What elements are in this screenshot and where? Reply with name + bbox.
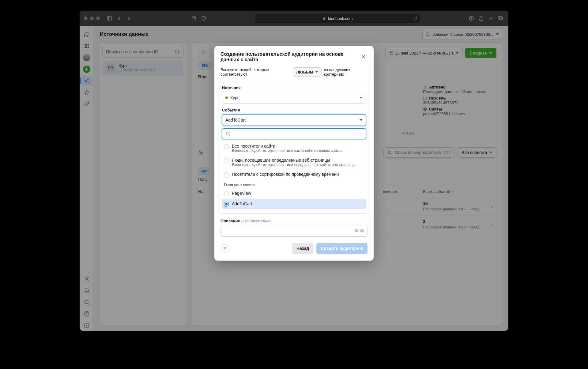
radio-icon (224, 191, 229, 196)
create-audience-modal: Создание пользовательской аудитории на о… (214, 46, 374, 261)
events-value: AddToCart (225, 118, 246, 122)
event-option[interactable]: PageView (222, 188, 366, 199)
event-option-selected[interactable]: AddToCart (222, 199, 366, 209)
window-controls[interactable] (84, 17, 100, 20)
help-button[interactable]: ? (221, 244, 229, 253)
event-option[interactable]: Люди, посещавшие определенные веб-страни… (222, 155, 366, 169)
url-host: facebook.com (328, 16, 353, 21)
svg-line-48 (229, 135, 230, 136)
radio-icon (224, 158, 229, 163)
lock-icon (322, 17, 326, 20)
source-value: Курс (230, 95, 239, 100)
description-label: Описание · Необязательно (214, 214, 374, 225)
criteria-card: Источник Курс События AddToCart Все посе… (218, 81, 370, 214)
svg-rect-9 (499, 16, 502, 19)
description-counter: 0/100 (355, 229, 364, 233)
svg-point-47 (226, 132, 229, 135)
tabs-icon[interactable] (497, 15, 504, 22)
max-dot[interactable] (96, 17, 100, 20)
source-select[interactable]: Курс (222, 92, 366, 104)
events-group-label: From your events (222, 180, 366, 188)
chevron-down-icon (360, 97, 363, 99)
shield-icon[interactable] (200, 15, 207, 22)
radio-icon (224, 144, 229, 149)
events-label: События (222, 108, 366, 112)
nav-fwd-icon[interactable] (126, 15, 132, 22)
include-suffix: из следующих критериев: (324, 67, 368, 77)
modal-title: Создание пользовательской аудитории на о… (221, 51, 359, 62)
min-dot[interactable] (90, 17, 94, 20)
downloads-icon[interactable] (468, 15, 475, 22)
radio-icon (224, 172, 229, 177)
modal-close[interactable]: ✕ (359, 53, 368, 61)
chevron-down-icon (360, 119, 363, 121)
events-dropdown: Все посетители сайтаВключает людей, кото… (222, 141, 366, 209)
reader-icon[interactable] (190, 15, 197, 22)
events-select[interactable]: AddToCart (222, 114, 366, 126)
description-input[interactable]: 0/100 (221, 225, 368, 237)
radio-icon (224, 202, 229, 207)
event-option[interactable]: Все посетители сайтаВключает людей, кото… (222, 141, 366, 155)
svg-rect-4 (323, 18, 325, 20)
search-icon (225, 131, 230, 136)
newtab-icon[interactable] (488, 15, 494, 22)
nav-back-icon[interactable] (116, 15, 123, 22)
include-prefix: Включите людей, которые соответствуют (221, 67, 290, 77)
events-search[interactable] (222, 128, 366, 139)
address-bar[interactable]: facebook.com (255, 14, 420, 23)
create-audience-button[interactable]: Создать аудиторию (316, 243, 368, 254)
events-search-input[interactable] (232, 131, 363, 136)
share-icon[interactable] (478, 15, 484, 22)
svg-rect-0 (107, 17, 111, 20)
sidebar-toggle-icon[interactable] (106, 15, 113, 22)
source-label: Источник (222, 85, 366, 90)
browser-titlebar: facebook.com (80, 11, 508, 26)
match-mode-label: ЛЮБЫМ (296, 70, 313, 74)
event-option[interactable]: Посетители с сортировкой по проведенному… (222, 169, 366, 180)
back-button[interactable]: Назад (292, 243, 314, 254)
close-dot[interactable] (84, 17, 88, 20)
chevron-down-icon (315, 71, 318, 73)
reload-icon[interactable] (413, 16, 418, 21)
status-dot-icon (225, 96, 228, 99)
svg-rect-8 (499, 17, 503, 20)
svg-rect-2 (192, 17, 196, 20)
match-mode-select[interactable]: ЛЮБЫМ (293, 67, 321, 77)
